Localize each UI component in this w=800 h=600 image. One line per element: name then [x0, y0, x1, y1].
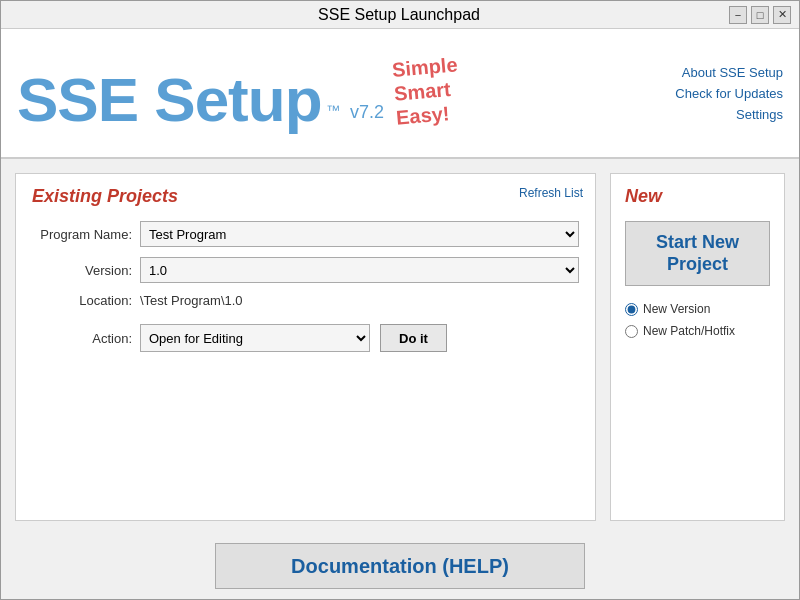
window-controls: − □ ✕: [729, 6, 791, 24]
tagline-line3: Easy!: [395, 102, 450, 129]
new-version-radio[interactable]: [625, 303, 638, 316]
tagline-line1: Simple: [391, 53, 458, 81]
app-header: SSE Setup ™ v7.2 Simple Smart Easy! Abou…: [1, 29, 799, 159]
bottom-bar: Documentation (HELP): [1, 531, 799, 600]
new-patch-radio-row: New Patch/Hotfix: [625, 324, 770, 338]
header-links: About SSE Setup Check for Updates Settin…: [675, 65, 783, 122]
maximize-button[interactable]: □: [751, 6, 769, 24]
new-patch-radio[interactable]: [625, 325, 638, 338]
new-version-label: New Version: [643, 302, 710, 316]
new-patch-label: New Patch/Hotfix: [643, 324, 735, 338]
settings-link[interactable]: Settings: [736, 107, 783, 122]
logo-section: SSE Setup ™ v7.2 Simple Smart Easy!: [17, 55, 460, 131]
version-select[interactable]: 1.0: [140, 257, 579, 283]
titlebar: SSE Setup Launchpad − □ ✕: [1, 1, 799, 29]
existing-projects-title: Existing Projects: [32, 186, 579, 207]
documentation-button[interactable]: Documentation (HELP): [215, 543, 585, 589]
refresh-list-button[interactable]: Refresh List: [519, 186, 583, 200]
logo-text: SSE Setup ™: [17, 69, 340, 131]
start-new-project-label: Start NewProject: [656, 232, 739, 274]
close-button[interactable]: ✕: [773, 6, 791, 24]
action-select[interactable]: Open for Editing: [140, 324, 370, 352]
window-title: SSE Setup Launchpad: [318, 6, 480, 24]
start-new-project-button[interactable]: Start NewProject: [625, 221, 770, 286]
location-value: \Test Program\1.0: [140, 293, 243, 308]
program-name-label: Program Name:: [32, 227, 132, 242]
main-content: Existing Projects Refresh List Program N…: [1, 159, 799, 531]
action-label: Action:: [32, 331, 132, 346]
logo-tagline: Simple Smart Easy!: [391, 52, 463, 129]
about-link[interactable]: About SSE Setup: [682, 65, 783, 80]
program-name-select[interactable]: Test Program: [140, 221, 579, 247]
do-it-button[interactable]: Do it: [380, 324, 447, 352]
version-row: Version: 1.0: [32, 257, 579, 283]
new-panel: New Start NewProject New Version New Pat…: [610, 173, 785, 521]
logo-name: SSE Setup: [17, 65, 322, 134]
location-row: Location: \Test Program\1.0: [32, 293, 579, 308]
new-panel-title: New: [625, 186, 770, 207]
tagline-line2: Smart: [393, 78, 451, 105]
logo-version: v7.2: [350, 102, 384, 123]
existing-projects-panel: Existing Projects Refresh List Program N…: [15, 173, 596, 521]
location-label: Location:: [32, 293, 132, 308]
version-label: Version:: [32, 263, 132, 278]
minimize-button[interactable]: −: [729, 6, 747, 24]
program-name-row: Program Name: Test Program: [32, 221, 579, 247]
check-updates-link[interactable]: Check for Updates: [675, 86, 783, 101]
new-version-radio-row: New Version: [625, 302, 770, 316]
action-row: Action: Open for Editing Do it: [32, 324, 579, 352]
